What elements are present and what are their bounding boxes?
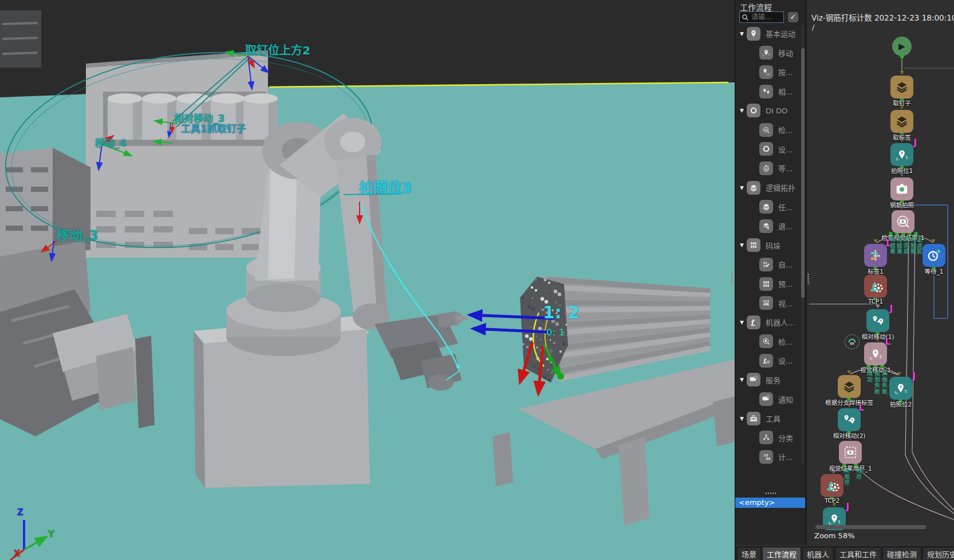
tree-item-label: 相...: [778, 86, 793, 97]
node-tcp-2[interactable]: [821, 474, 843, 497]
expand-arrow-icon[interactable]: ▼: [740, 416, 747, 421]
expand-arrow-icon[interactable]: ▼: [740, 108, 747, 113]
search-icon: [742, 14, 749, 21]
tree-item-7[interactable]: DI等...: [735, 159, 801, 178]
tab-robot[interactable]: 机器人: [802, 547, 834, 560]
layers-icon: [894, 80, 909, 94]
graph-hscrollbar[interactable]: [815, 525, 926, 529]
axis-x-label: X: [14, 549, 21, 559]
node-photo-pos-1[interactable]: J: [890, 143, 913, 166]
tree-scrollbar[interactable]: [801, 25, 805, 465]
node-relative-move-1[interactable]: J: [866, 309, 889, 332]
tree-item-label: 按...: [778, 66, 793, 77]
node-label: 拍照位2: [869, 400, 932, 408]
svg-text:DI: DI: [850, 342, 854, 345]
tree-item-2[interactable]: 按...: [735, 62, 801, 82]
tree-item-3[interactable]: 相...: [735, 82, 801, 101]
tab-scene[interactable]: 场景: [737, 547, 761, 560]
tree-item-label: 任...: [778, 202, 793, 212]
tree-item-8[interactable]: ▼逻辑拓扑: [735, 178, 801, 198]
pallet-icon: [749, 240, 758, 250]
vp-label-ratio-1-2: 1: 2: [543, 302, 580, 322]
layers-icon: [747, 181, 760, 195]
tree-item-15[interactable]: ▼机器人...: [735, 313, 801, 332]
layers-exit-icon: [759, 219, 773, 233]
vp-label-photo-pos-3: 拍照位3: [359, 176, 412, 197]
tree-item-12[interactable]: 自...: [735, 255, 801, 274]
search-box[interactable]: [739, 11, 784, 23]
expand-arrow-icon[interactable]: ▼: [740, 242, 747, 248]
tree-item-14[interactable]: 视...: [735, 293, 801, 313]
tree-item-20[interactable]: ▼工具: [735, 409, 801, 428]
tab-collision-detect[interactable]: 碰撞检测: [882, 547, 921, 560]
robot-gear-icon: [759, 354, 773, 368]
node-photo-pos-2[interactable]: J: [889, 377, 912, 400]
tree-item-16[interactable]: 检...: [735, 332, 801, 352]
tab-planning-history[interactable]: 规划历史: [923, 547, 954, 560]
selected-item-empty[interactable]: <empty>: [735, 498, 805, 508]
node-pick-nail[interactable]: [890, 76, 913, 98]
tree-item-1[interactable]: 移动: [735, 44, 801, 63]
tree-splitter-handle[interactable]: [766, 492, 776, 494]
di-check-icon: DI: [762, 125, 771, 135]
node-vision-result-exhausted-1[interactable]: [839, 441, 862, 464]
expand-arrow-icon[interactable]: ▼: [740, 185, 747, 191]
3d-viewport[interactable]: 取钉位上方2相对移动_3工具1抓取钉子移动_4拍照位3移动_31: 20: 1Z…: [0, 0, 735, 560]
layers-icon: [842, 379, 857, 394]
ring-icon: [749, 106, 758, 115]
pin-path-icon: [894, 147, 909, 162]
tree-item-18[interactable]: ▼1服务: [735, 370, 801, 390]
node-rebar-photo[interactable]: [890, 178, 913, 200]
tree-item-4[interactable]: ▼DI DO: [735, 101, 801, 120]
expand-arrow-icon[interactable]: ▼: [740, 320, 747, 325]
tree-item-13[interactable]: 预...: [735, 274, 801, 294]
tree-item-label: 退...: [778, 220, 793, 231]
robot-gear-icon: [762, 356, 771, 365]
expand-arrow-icon[interactable]: ▼: [740, 31, 747, 37]
tree-item-21[interactable]: 分类: [735, 428, 801, 447]
tab-tools-workpieces[interactable]: 工具和工件: [835, 547, 881, 560]
tree-item-17[interactable]: 设...: [735, 351, 801, 370]
tree-item-0[interactable]: ▼基本运动: [735, 24, 801, 44]
tree-item-22[interactable]: 1234计...: [735, 447, 801, 466]
tree-item-10[interactable]: 退...: [735, 216, 801, 236]
classify-icon: [762, 433, 771, 442]
node-tcp-1[interactable]: [864, 275, 887, 298]
tree-scrollbar-thumb[interactable]: [801, 48, 805, 298]
node-check-vision-result-1[interactable]: [892, 210, 914, 233]
bottom-tab-bar: 场景工作流程机器人工具和工件碰撞检测规划历史其他: [735, 545, 954, 560]
bubble-icon: 1: [759, 392, 773, 406]
tree-item-label: 等...: [778, 163, 793, 173]
node-branch-weld-tag[interactable]: [838, 375, 861, 398]
node-vision-move-1[interactable]: L: [864, 342, 887, 365]
search-input[interactable]: [750, 13, 781, 22]
node-pick-tag[interactable]: [890, 110, 913, 133]
node-label: 取钉子: [870, 98, 933, 107]
node-wait-1[interactable]: [923, 244, 945, 267]
workflow-graph[interactable]: Viz-钢筋打标计数 2022-12-23 18:00:10 /: [807, 0, 954, 545]
svg-text:DI: DI: [764, 128, 767, 131]
node-tag-1[interactable]: 1: [864, 244, 887, 267]
search-filter-checkbox[interactable]: ✓: [788, 12, 798, 22]
branch-label-9: 用尽: [856, 468, 861, 480]
robot-search-icon: [762, 337, 771, 346]
axis-y-label: Y: [48, 529, 54, 539]
tree-item-11[interactable]: ▼码垛: [735, 236, 801, 255]
ring-icon: [759, 142, 773, 156]
3d-scene-canvas: [0, 0, 735, 560]
axis-z-label: Z: [17, 507, 23, 518]
graph-splitter-handle[interactable]: [807, 274, 809, 284]
tree-item-19[interactable]: 1通知: [735, 389, 801, 409]
node-relative-move-2[interactable]: L: [838, 408, 861, 431]
tree-item-label: 计...: [778, 451, 793, 462]
tree-item-9[interactable]: 任...: [735, 197, 801, 216]
layers-icon: [894, 114, 909, 129]
vp-label-move-4: 移动_4: [95, 135, 126, 149]
tree-item-5[interactable]: DI检...: [735, 120, 801, 140]
tree-item-6[interactable]: 设...: [735, 140, 801, 159]
di-listener-mini-node[interactable]: DI: [845, 334, 860, 349]
node-start[interactable]: ▶: [892, 37, 912, 56]
expand-arrow-icon[interactable]: ▼: [740, 377, 747, 382]
viewport-splitter-handle[interactable]: [731, 274, 733, 284]
tab-workflow[interactable]: 工作流程: [762, 547, 801, 560]
